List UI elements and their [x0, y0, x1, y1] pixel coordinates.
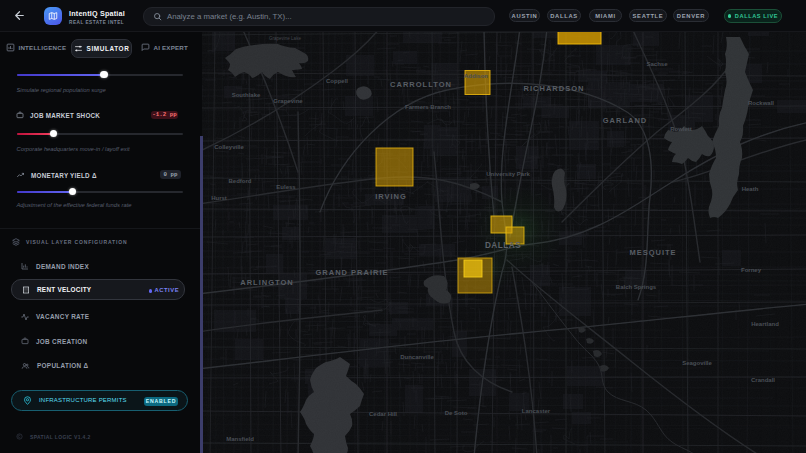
svg-text:Sachse: Sachse	[646, 61, 668, 67]
svg-text:Farmers Branch: Farmers Branch	[405, 104, 451, 110]
svg-text:Rowlett: Rowlett	[670, 126, 692, 132]
svg-text:Mansfield: Mansfield	[226, 436, 254, 442]
svg-text:Addison: Addison	[464, 73, 488, 79]
svg-text:Duncanville: Duncanville	[400, 354, 434, 360]
svg-text:Heath: Heath	[742, 186, 759, 192]
svg-text:CARROLLTON: CARROLLTON	[390, 80, 452, 89]
svg-text:Southlake: Southlake	[232, 92, 261, 98]
svg-text:GRAND PRAIRIE: GRAND PRAIRIE	[315, 268, 388, 277]
svg-text:Crandall: Crandall	[751, 377, 775, 383]
svg-text:Bedford: Bedford	[229, 178, 252, 184]
svg-text:Rockwall: Rockwall	[748, 100, 774, 106]
svg-text:Hurst: Hurst	[211, 195, 227, 201]
svg-text:Cedar Hill: Cedar Hill	[369, 411, 397, 417]
svg-text:RICHARDSON: RICHARDSON	[524, 84, 585, 93]
svg-text:IRVING: IRVING	[375, 192, 407, 201]
svg-text:Euless: Euless	[276, 184, 296, 190]
svg-text:Forney: Forney	[741, 267, 762, 273]
svg-text:Colleyville: Colleyville	[214, 144, 244, 150]
svg-text:Grapevine Lake: Grapevine Lake	[269, 36, 301, 41]
svg-text:Grapevine: Grapevine	[273, 98, 303, 104]
svg-text:Seagoville: Seagoville	[682, 360, 712, 366]
svg-text:Heartland: Heartland	[751, 321, 779, 327]
svg-text:Balch Springs: Balch Springs	[616, 284, 657, 290]
svg-text:GARLAND: GARLAND	[603, 116, 648, 125]
svg-text:DALLAS: DALLAS	[485, 241, 521, 250]
svg-text:University Park: University Park	[486, 171, 530, 177]
svg-text:ARLINGTON: ARLINGTON	[240, 278, 293, 287]
svg-text:MESQUITE: MESQUITE	[629, 248, 676, 257]
svg-text:Coppell: Coppell	[326, 78, 348, 84]
svg-text:De Soto: De Soto	[445, 410, 468, 416]
svg-text:Lancaster: Lancaster	[522, 408, 551, 414]
